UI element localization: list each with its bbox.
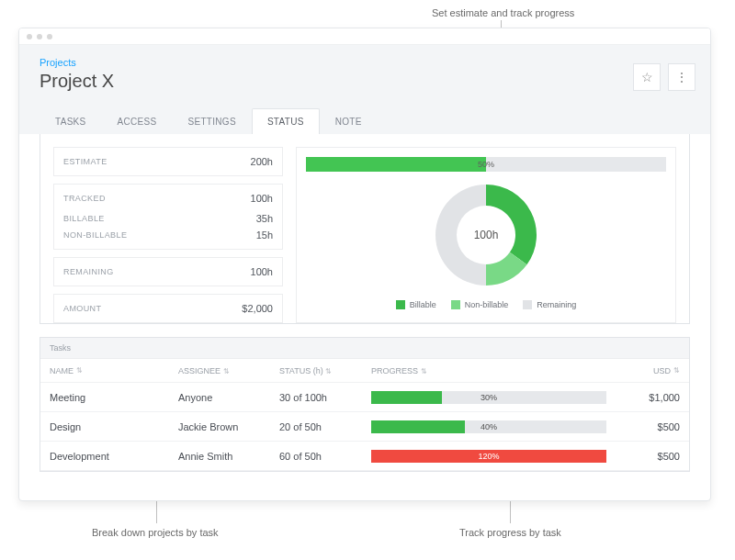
annotation-bottom-right: Track progress by task: [459, 527, 561, 538]
task-progress-label: 120%: [371, 450, 606, 463]
swatch-icon: [451, 300, 460, 309]
task-name: Design: [50, 421, 178, 432]
swatch-icon: [396, 300, 405, 309]
legend-label: Non-billable: [465, 300, 509, 309]
traffic-light-dot: [47, 34, 52, 39]
table-row[interactable]: MeetingAnyone30 of 100h30%$1,000: [40, 383, 689, 412]
page-title: Project X: [40, 71, 690, 92]
overall-progress-bar: 50%: [306, 157, 666, 172]
traffic-light-dot: [27, 34, 32, 39]
stats-column: ESTIMATE 200h TRACKED 100h BILLABLE 35h …: [53, 147, 283, 323]
task-name: Meeting: [50, 392, 178, 403]
stat-value: $2,000: [242, 303, 273, 314]
task-status: 30 of 100h: [279, 392, 371, 403]
stat-label: NON-BILLABLE: [63, 230, 127, 240]
stat-label: BILLABLE: [63, 214, 105, 223]
task-progress-label: 30%: [371, 391, 606, 404]
kebab-icon: ⋮: [675, 70, 688, 84]
sort-icon: ⇅: [421, 367, 427, 375]
legend-billable: Billable: [396, 300, 436, 309]
stat-label: ESTIMATE: [63, 157, 107, 166]
tasks-panel: Tasks NAME⇅ ASSIGNEE ⇅ STATUS (h) ⇅ PROG…: [40, 337, 690, 472]
col-status[interactable]: STATUS (h) ⇅: [279, 366, 371, 375]
swatch-icon: [523, 300, 532, 309]
tasks-panel-title: Tasks: [40, 338, 689, 359]
task-name: Development: [50, 451, 178, 462]
task-status: 60 of 50h: [279, 451, 371, 462]
stat-value: 15h: [256, 230, 273, 241]
stat-label: REMAINING: [63, 267, 114, 276]
stat-value: 100h: [251, 266, 273, 277]
stat-label: AMOUNT: [63, 304, 101, 313]
traffic-light-dot: [37, 34, 42, 39]
task-progress: 40%: [371, 420, 625, 433]
tab-tasks[interactable]: TASKS: [40, 108, 102, 134]
star-icon: ☆: [641, 70, 653, 84]
tab-status[interactable]: STATUS: [252, 108, 320, 134]
task-assignee: Anyone: [178, 392, 279, 403]
stat-label: TRACKED: [63, 194, 106, 203]
task-progress-bar: 120%: [371, 450, 606, 463]
annotation-bottom-left: Break down projects by task: [92, 527, 219, 538]
annotation-top: Set estimate and track progress: [432, 7, 574, 18]
legend-remaining: Remaining: [523, 300, 576, 309]
task-assignee: Annie Smith: [178, 451, 279, 462]
tab-access[interactable]: ACCESS: [102, 108, 173, 134]
task-usd: $1,000: [625, 392, 680, 403]
task-usd: $500: [625, 451, 680, 462]
task-progress-bar: 40%: [371, 420, 606, 433]
chart-legend: Billable Non-billable Remaining: [396, 300, 577, 309]
stat-tracked: TRACKED 100h BILLABLE 35h NON-BILLABLE 1…: [53, 184, 283, 250]
col-name[interactable]: NAME⇅: [50, 366, 178, 375]
stat-amount: AMOUNT $2,000: [53, 294, 283, 323]
table-row[interactable]: DevelopmentAnnie Smith60 of 50h120%$500: [40, 442, 689, 471]
favorite-button[interactable]: ☆: [633, 63, 661, 91]
page-header: Projects Project X ☆ ⋮ TASKS ACCESS SETT…: [19, 45, 710, 134]
col-assignee[interactable]: ASSIGNEE ⇅: [178, 366, 279, 375]
legend-label: Remaining: [537, 300, 576, 309]
donut-center-label: 100h: [474, 229, 499, 241]
stat-value: 35h: [256, 213, 273, 224]
sort-icon: ⇅: [223, 367, 230, 375]
sort-icon: ⇅: [325, 367, 332, 375]
tab-settings[interactable]: SETTINGS: [172, 108, 251, 134]
task-status: 20 of 50h: [279, 421, 371, 432]
breadcrumb[interactable]: Projects: [40, 57, 76, 68]
tasks-column-headers: NAME⇅ ASSIGNEE ⇅ STATUS (h) ⇅ PROGRESS ⇅…: [40, 359, 689, 383]
task-assignee: Jackie Brown: [178, 421, 279, 432]
stat-remaining: REMAINING 100h: [53, 257, 283, 286]
project-tabs: TASKS ACCESS SETTINGS STATUS NOTE: [40, 108, 690, 134]
chart-area: 50% 100h Billable Non-billable Remaining: [296, 147, 676, 323]
task-progress: 30%: [371, 391, 625, 404]
task-usd: $500: [625, 421, 680, 432]
app-window: Projects Project X ☆ ⋮ TASKS ACCESS SETT…: [18, 28, 711, 501]
stat-value: 100h: [251, 193, 273, 204]
more-button[interactable]: ⋮: [668, 63, 695, 91]
task-progress-label: 40%: [371, 420, 606, 433]
window-titlebar: [19, 28, 710, 45]
donut-chart: 100h: [426, 175, 546, 295]
table-row[interactable]: DesignJackie Brown20 of 50h40%$500: [40, 412, 689, 442]
legend-nonbillable: Non-billable: [451, 300, 509, 309]
col-progress[interactable]: PROGRESS ⇅: [371, 366, 625, 375]
task-progress-bar: 30%: [371, 391, 606, 404]
task-progress: 120%: [371, 450, 625, 463]
status-content: ESTIMATE 200h TRACKED 100h BILLABLE 35h …: [40, 134, 690, 324]
sort-icon: ⇅: [76, 366, 83, 375]
progress-label: 50%: [306, 157, 666, 172]
sort-icon: ⇅: [673, 366, 680, 375]
stat-value: 200h: [251, 156, 273, 167]
legend-label: Billable: [410, 300, 436, 309]
stat-estimate: ESTIMATE 200h: [53, 147, 283, 176]
col-usd[interactable]: USD⇅: [625, 366, 680, 375]
tab-note[interactable]: NOTE: [320, 108, 378, 134]
